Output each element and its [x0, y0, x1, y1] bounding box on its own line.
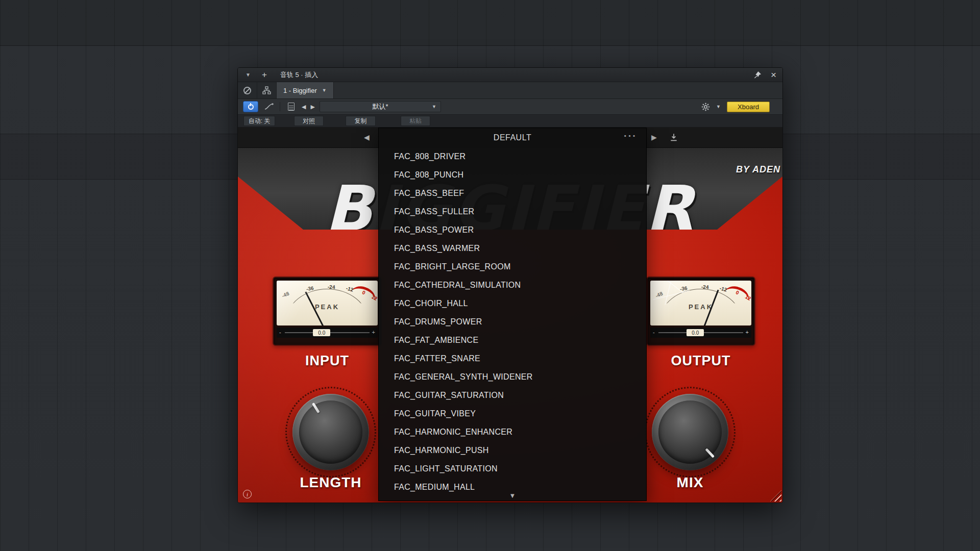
xboard-button[interactable]: Xboard	[727, 102, 770, 112]
power-icon-stem	[250, 103, 251, 107]
daw-timeline-band	[0, 0, 980, 46]
meter-needle	[700, 290, 719, 325]
cracked-glass-overlay	[665, 282, 671, 305]
meter-tick: -24	[701, 284, 709, 290]
input-trim-strip: - 0.0 +	[277, 328, 378, 338]
plugin-selector-tab[interactable]: 1 - Biggifier ▼	[277, 82, 334, 98]
mix-knob[interactable]	[652, 394, 728, 470]
meter-arc	[659, 289, 742, 325]
preset-list-item[interactable]: FAC_BRIGHT_LARGE_ROOM	[379, 258, 646, 276]
length-knob[interactable]	[292, 394, 369, 470]
input-meter-face: -48-36-24-12 012 PEAK	[277, 281, 378, 325]
plugin-window: ▼ + 音轨 5 · 插入 × 1 - Biggifier ▼	[237, 67, 783, 503]
meter-needle	[305, 292, 328, 325]
cracked-glass-overlay	[660, 281, 683, 293]
output-trim-strip: - 0.0 +	[650, 328, 751, 338]
document-icon	[288, 103, 295, 111]
preset-list-item[interactable]: FAC_808_PUNCH	[379, 166, 646, 184]
preset-list-item[interactable]: FAC_808_DRIVER	[379, 147, 646, 166]
input-label: INPUT	[273, 353, 382, 369]
biggifier-plugin-panel: ◀ ▶ BIGGIFIER BY ADEN -48-36-24-12 012 P…	[238, 128, 782, 503]
add-insert-button[interactable]: +	[262, 70, 267, 79]
bypass-icon	[243, 87, 251, 94]
preset-list-item[interactable]: FAC_BASS_FULLER	[379, 203, 646, 221]
chevron-down-icon: ▼	[322, 88, 327, 93]
meter-tick: -36	[679, 285, 688, 292]
meter-arc	[286, 289, 369, 325]
close-icon[interactable]: ×	[771, 70, 776, 80]
current-preset-name: DEFAULT	[494, 133, 531, 142]
plugin-toolbar: ◀ ▶ 默认* ▼ ▼ Xboard	[238, 99, 782, 115]
output-trim-value[interactable]: 0.0	[687, 329, 704, 336]
preset-list-item[interactable]: FAC_BASS_POWER	[379, 221, 646, 239]
curve-icon	[264, 103, 274, 110]
peak-label: PEAK	[277, 303, 378, 311]
preset-list-item[interactable]: FAC_FATTER_SNARE	[379, 349, 646, 368]
preset-list-item[interactable]: FAC_CHOIR_HALL	[379, 294, 646, 313]
preset-list-item[interactable]: FAC_CATHEDRAL_SIMULATION	[379, 276, 646, 294]
settings-button[interactable]	[701, 103, 710, 111]
meter-tick-red: 12	[744, 294, 751, 302]
preset-prev-button[interactable]: ◀	[364, 133, 370, 141]
preset-list-item[interactable]: FAC_GENERAL_SYNTH_WIDENER	[379, 368, 646, 386]
preset-list-item[interactable]: FAC_GUITAR_SATURATION	[379, 386, 646, 405]
cracked-glass-overlay	[653, 290, 690, 300]
preset-list-item[interactable]: FAC_LIGHT_SATURATION	[379, 460, 646, 478]
preset-dropdown[interactable]: 默认* ▼	[320, 101, 441, 112]
output-meter-face: -48-36-24-12 012 PEAK	[650, 281, 751, 325]
meter-tick: -48	[654, 291, 664, 299]
pin-icon[interactable]	[754, 71, 762, 79]
meter-tick: -24	[328, 284, 335, 290]
copy-button[interactable]: 复制	[346, 116, 376, 126]
preset-list-popup: DEFAULT ··· FAC_808_DRIVERFAC_808_PUNCHF…	[378, 128, 647, 501]
knob-cap	[299, 400, 362, 464]
preset-list-item[interactable]: FAC_HARMONIC_ENHANCER	[379, 423, 646, 441]
save-preset-button[interactable]	[670, 133, 678, 141]
routing-button[interactable]	[257, 82, 277, 98]
peak-label: PEAK	[650, 303, 751, 311]
meter-tick-red: 0	[735, 289, 740, 295]
bypass-all-button[interactable]	[238, 82, 257, 98]
preset-next-button[interactable]: ▶	[651, 133, 657, 141]
next-preset-button[interactable]: ▶	[310, 104, 314, 110]
window-menu-caret-icon[interactable]: ▼	[246, 72, 251, 78]
settings-caret-icon[interactable]: ▼	[716, 104, 721, 109]
preset-dropdown-value: 默认*	[372, 102, 388, 111]
preset-list-item[interactable]: FAC_BASS_BEEF	[379, 184, 646, 203]
meter-tick: -48	[281, 291, 290, 299]
scroll-more-icon[interactable]: ▼	[379, 492, 646, 499]
popup-menu-icon[interactable]: ···	[624, 130, 637, 142]
plugin-selector-label: 1 - Biggifier	[283, 87, 317, 94]
trim-minus-label[interactable]: -	[653, 329, 655, 335]
preset-list-item[interactable]: FAC_GUITAR_VIBEY	[379, 405, 646, 423]
resize-handle[interactable]	[770, 490, 781, 502]
trim-plus-label[interactable]: +	[372, 329, 375, 335]
preset-list-item[interactable]: FAC_DRUMS_POWER	[379, 313, 646, 331]
preset-list-button[interactable]	[285, 101, 297, 112]
automation-toggle-button[interactable]: 自动: 关	[243, 116, 275, 126]
automation-curve-button[interactable]	[263, 101, 275, 112]
trim-minus-label[interactable]: -	[279, 329, 281, 335]
meter-tick: -12	[346, 285, 354, 293]
paste-button[interactable]: 粘贴	[401, 116, 430, 126]
trim-plus-label[interactable]: +	[746, 329, 749, 335]
meter-tick: -36	[306, 285, 314, 292]
meter-red-zone	[346, 283, 378, 312]
input-trim-value[interactable]: 0.0	[313, 329, 330, 336]
preset-list-item[interactable]: FAC_BASS_WARMER	[379, 239, 646, 258]
preset-list-item[interactable]: FAC_HARMONIC_PUSH	[379, 441, 646, 460]
window-titlebar[interactable]: ▼ + 音轨 5 · 插入 ×	[238, 68, 782, 82]
preset-list-item[interactable]: FAC_FAT_AMBIENCE	[379, 331, 646, 349]
output-meter: -48-36-24-12 012 PEAK - 0.0 +	[646, 277, 755, 346]
popup-header: DEFAULT ···	[379, 128, 646, 147]
gear-icon	[701, 103, 710, 111]
plugin-power-button[interactable]	[243, 101, 258, 112]
download-icon	[670, 133, 678, 141]
input-meter: -48-36-24-12 012 PEAK - 0.0 +	[273, 277, 382, 346]
output-label: OUTPUT	[646, 353, 755, 369]
compare-button[interactable]: 对照	[294, 116, 324, 126]
window-title: 音轨 5 · 插入	[280, 70, 318, 80]
previous-preset-button[interactable]: ◀	[302, 104, 306, 110]
meter-tick: -12	[719, 285, 728, 293]
info-button[interactable]: i	[243, 490, 252, 498]
